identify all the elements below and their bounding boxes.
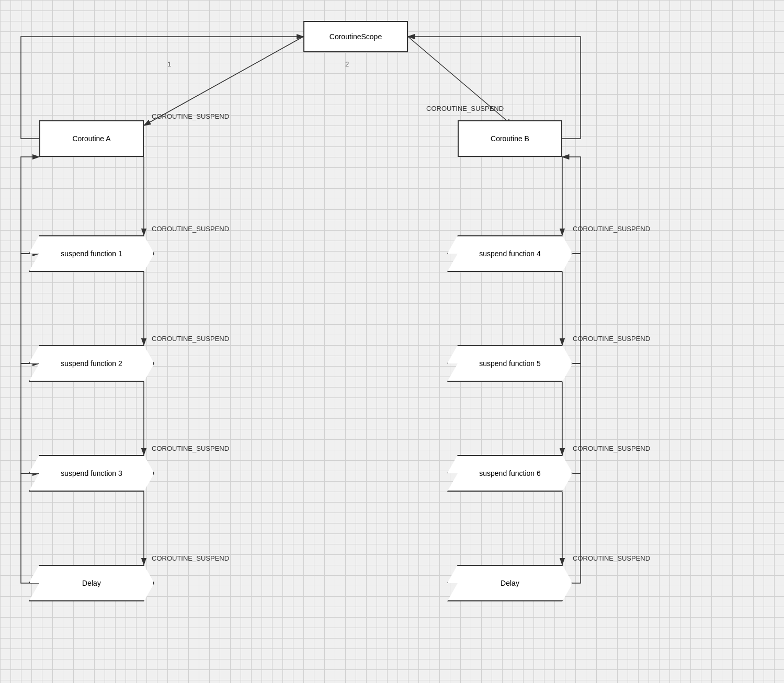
label-coroutine-suspend-2: COROUTINE_SUSPEND [426,105,504,112]
delay-b-label: Delay [501,579,519,587]
label-cs-a3: COROUTINE_SUSPEND [152,445,229,452]
label-cs-b3: COROUTINE_SUSPEND [573,445,650,452]
coroutine-scope-box: CoroutineScope [303,21,408,52]
coroutine-a-label: Coroutine A [72,134,110,143]
suspend-fn-2-label: suspend function 2 [61,359,122,368]
label-coroutine-suspend-1: COROUTINE_SUSPEND [152,112,229,120]
delay-a-label: Delay [82,579,101,587]
suspend-fn-2-box: suspend function 2 [29,345,154,382]
suspend-fn-4-box: suspend function 4 [447,235,573,272]
suspend-fn-5-label: suspend function 5 [479,359,541,368]
suspend-fn-3-label: suspend function 3 [61,469,122,477]
suspend-fn-3-box: suspend function 3 [29,455,154,492]
suspend-fn-6-label: suspend function 6 [479,469,541,477]
diagram-canvas: CoroutineScope Coroutine A Coroutine B s… [0,0,784,683]
label-cs-b2: COROUTINE_SUSPEND [573,335,650,343]
label-cs-b1: COROUTINE_SUSPEND [573,225,650,233]
delay-b-box: Delay [447,565,573,601]
delay-a-box: Delay [29,565,154,601]
label-cs-b4: COROUTINE_SUSPEND [573,554,650,562]
label-cs-a4: COROUTINE_SUSPEND [152,554,229,562]
suspend-fn-4-label: suspend function 4 [479,249,541,258]
suspend-fn-5-box: suspend function 5 [447,345,573,382]
coroutine-b-box: Coroutine B [458,120,562,157]
label-num2: 2 [345,60,349,68]
suspend-fn-1-box: suspend function 1 [29,235,154,272]
label-cs-a2: COROUTINE_SUSPEND [152,335,229,343]
label-cs-a1: COROUTINE_SUSPEND [152,225,229,233]
suspend-fn-1-label: suspend function 1 [61,249,122,258]
suspend-fn-6-box: suspend function 6 [447,455,573,492]
coroutine-scope-label: CoroutineScope [329,32,382,41]
label-num1: 1 [167,60,171,68]
coroutine-a-box: Coroutine A [39,120,144,157]
coroutine-b-label: Coroutine B [491,134,529,143]
